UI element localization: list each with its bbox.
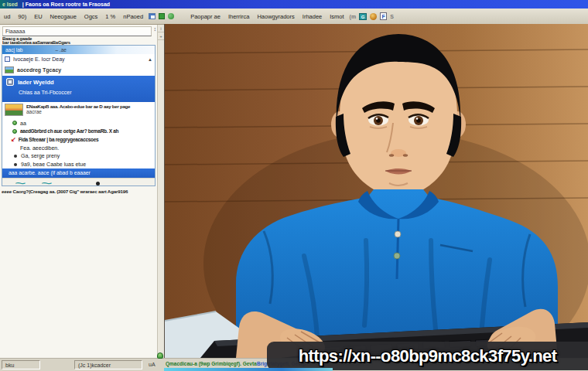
tree-sub-row[interactable]: Fea. aeecdiben. bbox=[2, 144, 155, 151]
url-text: https://xn--o80bp9mc8ck3f75y.net bbox=[299, 346, 557, 366]
window-title: | Faons oa Roes rootre ta Fraosad bbox=[22, 2, 110, 7]
selected-item[interactable]: Iader Wyeldd Chias aa Tri-Fbcoccer bbox=[2, 76, 155, 102]
menu-item-11[interactable]: Ismot bbox=[330, 13, 344, 20]
menu-item-8[interactable]: Iherrirca bbox=[228, 13, 250, 20]
list-footer-toolbar: ~ ~ bbox=[2, 178, 155, 186]
plant-icon bbox=[157, 352, 163, 359]
red-arrow-icon: ↙ bbox=[11, 136, 16, 143]
amber-circle-icon[interactable] bbox=[370, 13, 377, 20]
tree-bullet-row[interactable]: aaedGbrbrd ch aue oetge Aar? bemaRb. X a… bbox=[2, 127, 155, 135]
tree-bullet-row[interactable]: 9a9, beae Caabe luas etue bbox=[2, 160, 155, 168]
menu-item-3[interactable]: Neecgaue bbox=[50, 13, 77, 20]
menu-item-0[interactable]: ud bbox=[4, 13, 10, 20]
menu-item-10[interactable]: Irhadee bbox=[303, 13, 322, 20]
green-bullet-icon bbox=[12, 121, 17, 125]
bullet-label: aaedGbrbrd ch aue oetge Aar? bemaRb. X a… bbox=[20, 128, 118, 134]
s-curve-icon[interactable]: S bbox=[390, 14, 394, 19]
title-left-text: e Ised bbox=[2, 2, 18, 7]
sidebar-caption: eeee Caorg?(Creagag aa. (3007 Gig" wrara… bbox=[2, 189, 156, 194]
list-header-right: – .ae bbox=[55, 46, 66, 54]
cursive-icon[interactable]: (m bbox=[350, 14, 357, 19]
photo-scene bbox=[165, 24, 588, 358]
dot-bullet-icon bbox=[14, 163, 17, 166]
tree-list: aacj lab – .ae Ivocaeje E. Iocr Deay ▲ a… bbox=[2, 45, 156, 186]
sidebar-panel: Fiaaaaa ↕ Baacg a gaade bar iaeaboelea a… bbox=[0, 25, 157, 358]
checkbox-icon[interactable] bbox=[5, 56, 10, 62]
filter-input[interactable]: Fiaaaaa bbox=[2, 26, 152, 36]
status-segment-3: uA bbox=[145, 360, 159, 369]
status-green-text: Qmacdicau-a (9wp Grimbiqegf). Gevta bbox=[166, 361, 257, 366]
dot-icon[interactable] bbox=[96, 182, 100, 186]
file-row-label: Fida Sfeeaar | ba reggrygeacaccsoes bbox=[19, 137, 99, 142]
dot-bullet-icon bbox=[14, 155, 17, 158]
app-window: e Ised| Faons oa Roes rootre ta Fraosad … bbox=[0, 0, 588, 371]
triangle-up-icon[interactable]: ▲ bbox=[148, 57, 152, 62]
list-item-photo[interactable]: ENaaKapB aaa. Acabo-edue bar ae D aay be… bbox=[2, 102, 155, 119]
menu-item-4[interactable]: Ogcs bbox=[84, 13, 98, 20]
tree-bullet-row[interactable]: Ga, serge preny bbox=[2, 151, 155, 160]
item-line-2: aacrae bbox=[26, 109, 130, 114]
menu-item-1[interactable]: 90) bbox=[18, 13, 26, 20]
list-header-left: aacj lab bbox=[5, 46, 22, 54]
bullet-label: aa bbox=[20, 121, 26, 126]
cyan-progress-strip bbox=[164, 368, 333, 371]
badge-icon bbox=[6, 78, 14, 86]
highlighted-row[interactable]: aaa acarbe. aace (if abad b eaaaer bbox=[2, 168, 155, 178]
list-item-label: aocedreg Tgcacy bbox=[17, 67, 61, 73]
list-item-account[interactable]: Ivocaeje E. Iocr Deay ▲ bbox=[2, 54, 155, 64]
menu-item-5[interactable]: 1 % bbox=[105, 13, 115, 20]
menu-item-9[interactable]: Haowgyradors bbox=[257, 13, 294, 20]
status-segment-2: (Jc 1)kcadcer bbox=[74, 360, 142, 369]
url-overlay[interactable]: https://xn--o80bp9mc8ck3f75y.net bbox=[267, 342, 588, 370]
bullet-label: Ga, serge preny bbox=[21, 153, 60, 158]
sub-row-label: Fea. aeecdiben. bbox=[20, 145, 59, 151]
tree-bullet-row[interactable]: aa bbox=[2, 119, 155, 127]
spin-arrows-icon[interactable]: ↕ bbox=[154, 26, 157, 32]
swoosh-icon[interactable]: ~ bbox=[42, 179, 53, 186]
scroll-plus-icon[interactable]: + bbox=[158, 32, 164, 40]
bullet-label: 9a9, beae Caabe luas etue bbox=[21, 162, 86, 167]
photo-viewer[interactable] bbox=[164, 24, 588, 358]
swoosh-icon[interactable]: ~ bbox=[15, 179, 26, 186]
document-icon[interactable]: F bbox=[380, 12, 387, 20]
menu-item-2[interactable]: EU bbox=[34, 13, 42, 20]
teal-chart-icon[interactable]: G bbox=[359, 13, 367, 20]
list-header[interactable]: aacj lab – .ae bbox=[2, 46, 155, 54]
green-square-icon[interactable] bbox=[159, 13, 165, 19]
selected-item-title: Iader Wyeldd bbox=[18, 79, 54, 86]
menu-item-6[interactable]: nPaoed bbox=[123, 13, 143, 20]
tree-file-row[interactable]: ↙ Fida Sfeeaar | ba reggrygeacaccsoes bbox=[2, 135, 155, 144]
photo-thumbnail-icon bbox=[5, 104, 23, 116]
sidebar-scrollbar[interactable]: ↕ + bbox=[157, 25, 164, 358]
status-segment-1: bku bbox=[2, 360, 40, 369]
item-line-1: ENaaKapB aaa. Acabo-edue bar ae D aay be… bbox=[26, 104, 130, 109]
menu-item-7[interactable]: Paopapr ae bbox=[190, 13, 220, 20]
selected-item-subtitle: Chias aa Tri-Fbcoccer bbox=[19, 90, 152, 95]
scroll-updown-icon[interactable]: ↕ bbox=[158, 25, 164, 32]
sidebar-note: Baacg a gaade bar iaeaboelea aaSamaraBaG… bbox=[2, 37, 151, 45]
green-bullet-icon bbox=[12, 129, 17, 134]
title-bar[interactable]: e Ised| Faons oa Roes rootre ta Fraosad bbox=[0, 0, 588, 9]
green-dot-icon[interactable] bbox=[168, 13, 174, 19]
grid-icon[interactable] bbox=[149, 13, 156, 19]
thumbnail-icon bbox=[5, 66, 14, 73]
list-item-label: Ivocaeje E. Iocr Deay bbox=[13, 56, 65, 62]
menu-bar: ud 90) EU Neecgaue Ogcs 1 % nPaoed Paopa… bbox=[0, 9, 588, 25]
list-item-today[interactable]: aocedreg Tgcacy bbox=[2, 64, 155, 76]
